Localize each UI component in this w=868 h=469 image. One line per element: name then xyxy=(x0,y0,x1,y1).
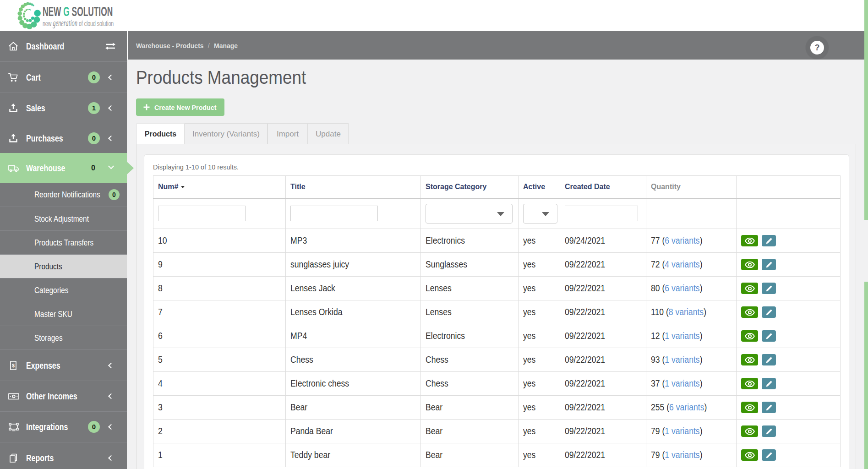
svg-text:$: $ xyxy=(12,363,15,368)
